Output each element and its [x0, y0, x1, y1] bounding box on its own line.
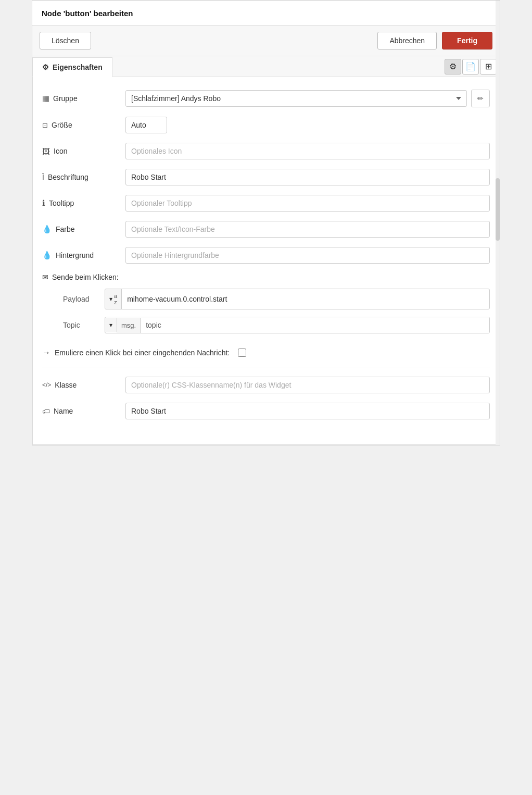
groesse-row: ⊡ Größe	[42, 117, 490, 133]
tab-icon-gear[interactable]: ⚙	[445, 59, 461, 74]
payload-value-input[interactable]	[122, 291, 489, 307]
envelope-icon: ✉	[42, 273, 48, 281]
tabs-row: ⚙ Eigenschaften ⚙ 📄 ⊞	[32, 56, 500, 77]
gear-icon: ⚙	[42, 63, 49, 71]
name-input[interactable]	[125, 403, 490, 419]
scrollbar-track	[496, 1, 500, 445]
beschriftung-input[interactable]	[125, 169, 490, 185]
beschriftung-row: Ī Beschriftung	[42, 169, 490, 185]
farbe-label: 💧 Farbe	[42, 225, 125, 234]
topic-value-input[interactable]	[141, 317, 489, 333]
info-icon: ℹ	[42, 198, 45, 208]
sende-section: ✉ Sende beim Klicken:	[42, 273, 490, 281]
farbe-row: 💧 Farbe	[42, 221, 490, 238]
groesse-icon: ⊡	[42, 121, 48, 129]
name-row: 🏷 Name	[42, 403, 490, 419]
tab-icon-doc[interactable]: 📄	[462, 59, 479, 74]
text-cursor-icon: Ī	[42, 173, 44, 181]
topic-type-arrow: ▾	[109, 321, 112, 329]
title-bar: Node 'button' bearbeiten	[32, 1, 500, 26]
tooltipp-input[interactable]	[125, 195, 490, 212]
payload-row: Payload ▾ az	[42, 289, 490, 309]
tooltipp-row: ℹ Tooltipp	[42, 195, 490, 212]
emulate-checkbox[interactable]	[238, 349, 246, 357]
payload-type-arrow: ▾	[109, 295, 112, 303]
color-drop-icon: 💧	[42, 225, 52, 234]
divider	[42, 367, 490, 367]
done-button[interactable]: Fertig	[442, 32, 492, 49]
hintergrund-row: 💧 Hintergrund	[42, 247, 490, 264]
icon-row: 🖼 Icon	[42, 143, 490, 159]
hintergrund-input[interactable]	[125, 247, 490, 264]
topic-row: Topic ▾ msg.	[42, 317, 490, 333]
farbe-input[interactable]	[125, 221, 490, 238]
gruppe-row: ▦ Gruppe [Schlafzimmer] Andys Robo ✏	[42, 90, 490, 107]
edit-gruppe-button[interactable]: ✏	[471, 90, 490, 107]
klasse-label: </> Klasse	[42, 381, 125, 389]
topic-type-button[interactable]: ▾	[105, 318, 117, 332]
emulate-row: → Emuliere einen Klick bei einer eingehe…	[42, 348, 490, 357]
tag-icon: 🏷	[42, 407, 50, 416]
background-drop-icon: 💧	[42, 251, 52, 260]
icon-input[interactable]	[125, 143, 490, 159]
topic-input-wrap: ▾ msg.	[105, 317, 490, 333]
name-label: 🏷 Name	[42, 407, 125, 416]
code-icon: </>	[42, 381, 51, 389]
payload-input-wrap: ▾ az	[105, 289, 490, 309]
page-title: Node 'button' bearbeiten	[42, 9, 490, 18]
gruppe-icon: ▦	[42, 94, 49, 103]
klasse-input[interactable]	[125, 377, 490, 393]
groesse-label: ⊡ Größe	[42, 121, 125, 129]
klasse-row: </> Klasse	[42, 377, 490, 393]
cancel-button[interactable]: Abbrechen	[377, 32, 437, 49]
payload-label: Payload	[63, 295, 105, 303]
tab-properties-label: Eigenschaften	[53, 63, 103, 71]
icon-label: 🖼 Icon	[42, 147, 125, 156]
payload-type-button[interactable]: ▾ az	[105, 289, 122, 309]
arrow-right-icon: →	[42, 348, 50, 357]
tooltipp-label: ℹ Tooltipp	[42, 198, 125, 208]
gruppe-label: ▦ Gruppe	[42, 94, 125, 103]
topic-label: Topic	[63, 321, 105, 329]
tab-properties[interactable]: ⚙ Eigenschaften	[32, 57, 112, 77]
topic-prefix: msg.	[117, 318, 141, 333]
hintergrund-label: 💧 Hintergrund	[42, 251, 125, 260]
beschriftung-label: Ī Beschriftung	[42, 173, 125, 181]
delete-button[interactable]: Löschen	[40, 32, 91, 49]
tab-icon-grid[interactable]: ⊞	[480, 59, 497, 74]
tab-icons: ⚙ 📄 ⊞	[445, 56, 500, 77]
scrollbar-thumb[interactable]	[496, 178, 500, 241]
gruppe-select[interactable]: [Schlafzimmer] Andys Robo	[125, 90, 467, 107]
form-area: ▦ Gruppe [Schlafzimmer] Andys Robo ✏ ⊡ G…	[32, 77, 500, 445]
groesse-input[interactable]	[125, 117, 167, 133]
image-icon: 🖼	[42, 147, 50, 156]
payload-type-text: az	[114, 293, 117, 305]
toolbar: Löschen Abbrechen Fertig	[32, 26, 500, 56]
